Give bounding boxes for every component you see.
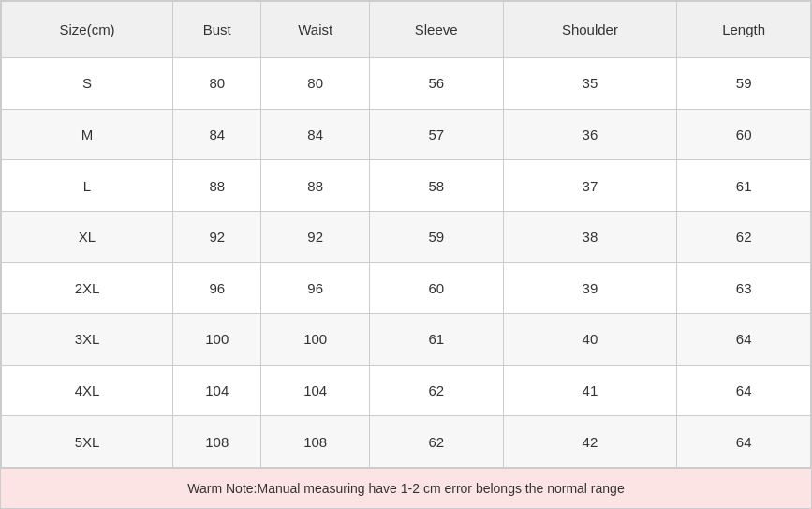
cell-1-0: M xyxy=(2,109,173,160)
cell-6-3: 62 xyxy=(369,365,503,416)
cell-6-5: 64 xyxy=(677,365,811,416)
table-row: 4XL104104624164 xyxy=(2,365,811,416)
cell-4-4: 39 xyxy=(503,262,677,314)
cell-2-5: 61 xyxy=(677,160,811,212)
cell-4-0: 2XL xyxy=(2,262,173,314)
header-sleeve: Sleeve xyxy=(369,2,503,58)
cell-4-5: 63 xyxy=(677,262,811,314)
cell-5-5: 64 xyxy=(677,314,811,366)
table-row: L8888583761 xyxy=(2,160,811,212)
cell-4-1: 96 xyxy=(173,262,261,314)
cell-4-2: 96 xyxy=(261,262,369,314)
cell-1-3: 57 xyxy=(369,109,503,160)
header-waist: Waist xyxy=(261,2,369,58)
cell-1-4: 36 xyxy=(503,109,677,160)
cell-3-3: 59 xyxy=(369,211,503,262)
cell-7-1: 108 xyxy=(173,416,261,468)
table-row: S8080563559 xyxy=(2,58,811,110)
cell-7-0: 5XL xyxy=(2,416,173,468)
warm-note: Warm Note:Manual measuring have 1-2 cm e… xyxy=(1,468,811,508)
header-length: Length xyxy=(677,2,811,58)
table-row: 5XL108108624264 xyxy=(2,416,811,468)
cell-1-5: 60 xyxy=(677,109,811,160)
cell-3-5: 62 xyxy=(677,211,811,262)
header-shoulder: Shoulder xyxy=(503,2,677,58)
cell-7-4: 42 xyxy=(503,416,677,468)
cell-4-3: 60 xyxy=(369,262,503,314)
table-row: M8484573660 xyxy=(2,109,811,160)
header-size: Size(cm) xyxy=(2,2,173,58)
cell-0-0: S xyxy=(2,58,173,110)
header-bust: Bust xyxy=(173,2,261,58)
cell-3-4: 38 xyxy=(503,211,677,262)
cell-6-1: 104 xyxy=(173,365,261,416)
cell-5-3: 61 xyxy=(369,314,503,366)
cell-6-4: 41 xyxy=(503,365,677,416)
table-row: 3XL100100614064 xyxy=(2,314,811,366)
table-row: XL9292593862 xyxy=(2,211,811,262)
size-table: Size(cm) Bust Waist Sleeve Shoulder Leng… xyxy=(1,1,811,468)
cell-7-5: 64 xyxy=(677,416,811,468)
cell-5-2: 100 xyxy=(261,314,369,366)
cell-0-1: 80 xyxy=(173,58,261,110)
cell-3-1: 92 xyxy=(173,211,261,262)
cell-6-2: 104 xyxy=(261,365,369,416)
cell-3-2: 92 xyxy=(261,211,369,262)
cell-0-4: 35 xyxy=(503,58,677,110)
table-row: 2XL9696603963 xyxy=(2,262,811,314)
cell-5-4: 40 xyxy=(503,314,677,366)
cell-0-5: 59 xyxy=(677,58,811,110)
size-chart-container: Size(cm) Bust Waist Sleeve Shoulder Leng… xyxy=(0,0,812,509)
cell-5-1: 100 xyxy=(173,314,261,366)
cell-2-0: L xyxy=(2,160,173,212)
cell-2-4: 37 xyxy=(503,160,677,212)
cell-7-3: 62 xyxy=(369,416,503,468)
cell-1-2: 84 xyxy=(261,109,369,160)
cell-3-0: XL xyxy=(2,211,173,262)
cell-2-3: 58 xyxy=(369,160,503,212)
cell-5-0: 3XL xyxy=(2,314,173,366)
cell-6-0: 4XL xyxy=(2,365,173,416)
cell-2-2: 88 xyxy=(261,160,369,212)
cell-0-2: 80 xyxy=(261,58,369,110)
cell-1-1: 84 xyxy=(173,109,261,160)
cell-2-1: 88 xyxy=(173,160,261,212)
cell-0-3: 56 xyxy=(369,58,503,110)
table-header-row: Size(cm) Bust Waist Sleeve Shoulder Leng… xyxy=(2,2,811,58)
cell-7-2: 108 xyxy=(261,416,369,468)
